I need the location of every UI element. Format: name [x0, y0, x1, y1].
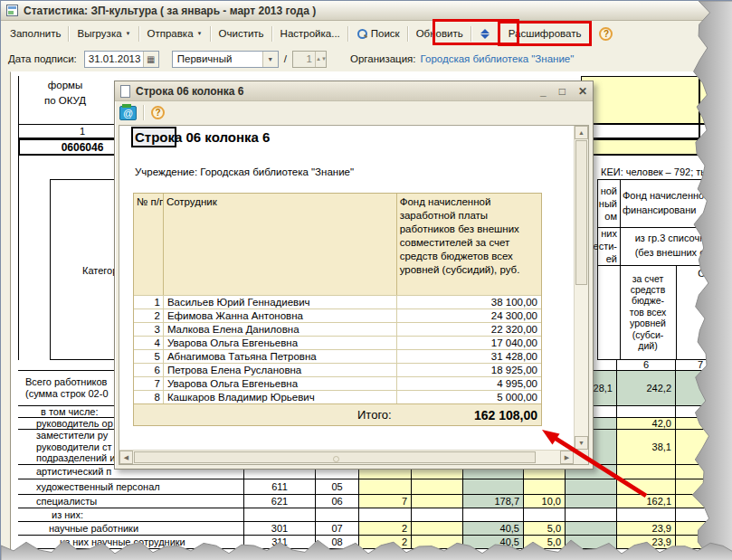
bg-table-cell: 40,5	[463, 522, 524, 536]
slash-label: /	[284, 53, 287, 64]
codes-cell	[699, 124, 732, 138]
date-label: Дата подписи:	[8, 53, 77, 64]
vertical-scrollbar[interactable]: ▲ ▼	[574, 126, 588, 450]
bg-table-cell	[412, 495, 463, 508]
dialog-toolbar: @ ?	[115, 101, 593, 124]
send-mail-icon[interactable]: @	[119, 106, 137, 120]
dialog-title: Строка 06 колонка 6	[136, 85, 528, 98]
close-button[interactable]: ✕	[578, 86, 587, 97]
help-icon[interactable]: ?	[151, 106, 165, 119]
settings-button[interactable]: Настройка...	[275, 24, 346, 43]
bg-table-cell	[676, 418, 726, 430]
bg-table-cell: 38,1	[617, 430, 676, 465]
toolbar-separator	[271, 26, 273, 42]
bg-table-cell	[566, 495, 617, 508]
minimize-button[interactable]: _	[540, 86, 547, 97]
scroll-down-icon[interactable]: ▼	[575, 436, 588, 450]
dialog-titlebar[interactable]: Строка 06 колонка 6 _ □ ✕	[115, 81, 593, 101]
scroll-up-icon[interactable]: ▲	[575, 126, 588, 139]
revision-stepper[interactable]: 1 ▲▼	[292, 51, 327, 68]
okud-header: формыпо ОКУД	[18, 78, 112, 109]
bg-table-cell: 07	[316, 522, 359, 536]
search-button[interactable]: Поиск	[351, 24, 405, 43]
bg-table-cell: 178,7	[463, 495, 524, 508]
bg-table-cell	[676, 406, 726, 418]
send-menu-button[interactable]: Отправка▼	[142, 24, 208, 43]
salary-value: 4 995,00	[397, 376, 541, 390]
bg-table-cell: 40,5	[463, 536, 524, 549]
fill-button[interactable]: Заполнить	[5, 24, 66, 43]
stepper-arrows-icon[interactable]: ▲▼	[315, 52, 326, 67]
bg-table-cell	[617, 406, 676, 418]
salary-value: 31 428,00	[397, 349, 541, 363]
employee-name: Ефимова Жанна Антоновна	[164, 308, 397, 322]
bg-table-row: специалисты621067178,710,0162,1	[18, 495, 726, 508]
bg-table-cell: 6	[617, 360, 676, 371]
codes-cell	[581, 76, 699, 124]
scroll-right-icon[interactable]: ▶	[560, 451, 574, 464]
bg-row-label: научные работники	[18, 522, 244, 536]
chevron-down-icon[interactable]: ▼	[262, 52, 278, 67]
bg-table-cell: 2	[359, 536, 412, 549]
row-number: 7	[134, 376, 164, 390]
calendar-icon[interactable]: ▦	[143, 52, 158, 67]
help-button[interactable]: ?	[594, 23, 618, 45]
dialog-body: Строка 06 колонка 6 Учреждение: Городска…	[119, 125, 589, 465]
bg-table-cell	[359, 479, 412, 495]
report-kind-value: Первичный	[173, 53, 237, 64]
vertical-scroll-thumb[interactable]	[575, 140, 587, 285]
date-value: 31.01.2013	[85, 53, 143, 64]
export-menu-button[interactable]: Выгрузка▼	[71, 24, 136, 43]
bg-table-cell: 2	[359, 522, 412, 536]
column-header: № п/п	[134, 194, 164, 295]
organization-link[interactable]: Городская библиотека "Знание"	[421, 53, 575, 64]
horizontal-scroll-thumb[interactable]	[134, 451, 536, 463]
chevron-down-icon: ▼	[126, 31, 131, 36]
bg-table-cell: 621	[244, 495, 316, 508]
bg-table-cell: 7	[359, 495, 412, 508]
clear-button[interactable]: Очистить	[214, 24, 270, 43]
maximize-button[interactable]: □	[559, 86, 566, 97]
kei-units-line: КЕИ: человек – 792; тысяч	[601, 166, 723, 177]
header-fragment-cell: ной ный ом	[597, 179, 621, 228]
codes-cell	[581, 138, 699, 156]
employee-name: Кашкаров Владимир Юрьевич	[164, 390, 397, 403]
bg-table-cell: 5,0	[524, 522, 566, 536]
bg-table-cell: 5,0	[524, 536, 566, 549]
row-number: 2	[134, 308, 164, 322]
date-input[interactable]: 31.01.2013 ▦	[84, 51, 159, 68]
employee-row: 5Абнагимова Татьяна Петровна31 428,00	[134, 349, 541, 363]
bg-table-cell: 06	[316, 495, 359, 508]
drilldown-table: № п/п Сотрудник Фонд начисленной заработ…	[133, 193, 542, 426]
toolbar-separator	[407, 26, 409, 42]
toolbar-separator	[143, 105, 145, 120]
salary-value: 38 100,00	[397, 295, 541, 308]
horizontal-scrollbar[interactable]: ◀ ▶	[119, 450, 574, 464]
dialog-report-content: Строка 06 колонка 6 Учреждение: Городска…	[119, 126, 574, 450]
bg-table-cell	[676, 465, 726, 479]
bg-table-cell	[566, 522, 617, 536]
employee-name: Уварова Ольга Евгеньевна	[164, 376, 397, 390]
chevron-down-icon: ▼	[197, 31, 203, 36]
total-value: 162 108,00	[397, 408, 541, 422]
total-row: Итого: 162 108,00	[134, 403, 541, 425]
salary-value: 24 300,00	[397, 308, 541, 322]
organization-label: Организация:	[350, 53, 416, 64]
scroll-left-icon[interactable]: ◀	[119, 451, 133, 464]
scrollbar-corner	[574, 450, 588, 464]
bg-table-cell	[359, 508, 412, 522]
bg-table-cell	[676, 495, 726, 508]
bg-row-label: специалисты	[18, 495, 244, 508]
drilldown-dialog: Строка 06 колонка 6 _ □ ✕ @ ? Строка 06 …	[114, 81, 594, 470]
drilldown-table-header: № п/п Сотрудник Фонд начисленной заработ…	[134, 194, 541, 295]
bg-table-cell	[676, 430, 726, 465]
help-icon: ?	[599, 27, 613, 41]
employee-name: Васильев Юрий Геннадиевич	[164, 295, 397, 308]
bg-table-cell	[524, 479, 566, 495]
toolbar-separator	[347, 26, 349, 42]
main-toolbar: Заполнить Выгрузка▼ Отправка▼ Очистить Н…	[1, 21, 732, 46]
report-kind-select[interactable]: Первичный ▼	[172, 51, 279, 68]
bg-table-cell	[676, 522, 726, 536]
bg-table-cell	[617, 479, 676, 495]
search-icon	[356, 28, 367, 39]
